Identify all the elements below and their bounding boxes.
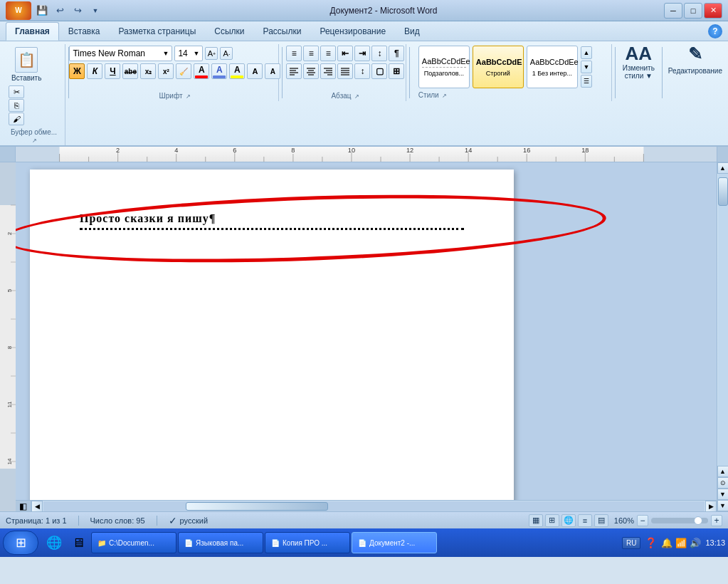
word-count[interactable]: Число слов: 95 — [90, 516, 145, 525]
tab-insert[interactable]: Вставка — [59, 22, 110, 40]
view-draft-btn[interactable]: ▤ — [594, 514, 608, 527]
tab-review[interactable]: Рецензирование — [310, 22, 395, 40]
sort-button[interactable]: ↕ — [371, 46, 387, 61]
help-tray-icon[interactable]: ❓ — [645, 537, 657, 548]
taskbar-item-doc2[interactable]: 📄 Документ2 -... — [352, 532, 437, 553]
vscroll-down-button[interactable]: ▼ — [717, 500, 729, 511]
ribbon-content: 📋 Вставить ✂ ⎘ 🖌 Буфер обме... ↗ Times N… — [0, 41, 728, 147]
office-button[interactable]: W — [6, 1, 31, 20]
cut-button[interactable]: ✂ — [9, 85, 24, 98]
text-effect-button[interactable]: А — [211, 63, 227, 79]
line-spacing-button[interactable]: ↕ — [354, 63, 370, 79]
align-left-button[interactable] — [286, 63, 302, 79]
vscroll-up-button[interactable]: ▲ — [717, 162, 729, 174]
vscroll-next-page-btn[interactable]: ▼ — [717, 489, 729, 500]
font-size-dropdown[interactable]: 14 ▼ — [174, 46, 203, 61]
tab-references[interactable]: Ссылки — [205, 22, 253, 40]
taskbar-item-copy[interactable]: 📄 Копия ПРО ... — [265, 532, 350, 553]
align-center-button[interactable] — [303, 63, 319, 79]
view-web-btn[interactable]: 🌐 — [561, 514, 576, 527]
zoom-slider-thumb[interactable] — [694, 516, 702, 525]
page-indicator[interactable]: Страница: 1 из 1 — [6, 516, 67, 525]
styles-expand[interactable]: ↗ — [442, 93, 447, 99]
redo-quick-btn[interactable]: ↪ — [70, 3, 85, 19]
font-size-down-btn[interactable]: А — [265, 63, 280, 79]
tab-home[interactable]: Главная — [6, 22, 59, 41]
spell-check[interactable]: ✓ русский — [169, 515, 208, 526]
hscroll-page-view-btn[interactable]: ◧ — [16, 501, 31, 512]
vertical-scrollbar[interactable]: ▲ ▲ ⊙ ▼ ▼ — [717, 162, 728, 511]
language-indicator[interactable]: RU — [622, 537, 640, 549]
borders-button[interactable]: ⊞ — [389, 63, 404, 79]
save-quick-btn[interactable]: 💾 — [34, 3, 50, 19]
ie-taskbar-btn[interactable]: 🌐 — [43, 531, 65, 554]
styles-scroll-up[interactable]: ▲ — [581, 46, 592, 59]
font-size-up-btn[interactable]: А — [247, 63, 263, 79]
vscroll-thumb[interactable] — [718, 177, 728, 206]
font-expand[interactable]: ↗ — [186, 93, 191, 100]
grow-font-btn[interactable]: A+ — [205, 47, 218, 60]
document-content[interactable]: Просто сказки я пишу¶ — [80, 212, 464, 230]
close-button[interactable]: ✕ — [704, 3, 722, 19]
tab-page-layout[interactable]: Разметка страницы — [109, 22, 205, 40]
underline-button[interactable]: Ч — [105, 63, 120, 79]
vscroll-prev-page-btn[interactable]: ▲ — [717, 466, 729, 477]
paragraph-expand[interactable]: ↗ — [354, 93, 359, 100]
bold-button[interactable]: Ж — [69, 63, 85, 79]
taskbar-item-documents[interactable]: 📁 C:\Documen... — [91, 532, 176, 553]
subscript-button[interactable]: x₂ — [140, 63, 156, 79]
decrease-indent-button[interactable]: ⇤ — [337, 46, 353, 61]
multilevel-button[interactable]: ≡ — [320, 46, 336, 61]
increase-indent-button[interactable]: ⇥ — [354, 46, 370, 61]
superscript-button[interactable]: x² — [158, 63, 174, 79]
paste-button[interactable]: 📋 Вставить — [9, 46, 44, 83]
change-style-button[interactable]: AA Изменитьстили ▼ — [623, 44, 655, 80]
svg-rect-48 — [0, 162, 16, 205]
document-text[interactable]: Просто сказки я пишу¶ — [80, 212, 216, 224]
numbering-button[interactable]: ≡ — [303, 46, 319, 61]
minimize-button[interactable]: ─ — [664, 3, 682, 19]
copy-button[interactable]: ⎘ — [9, 99, 24, 112]
ruler-container: 2 4 6 8 10 12 14 16 18 — [0, 147, 728, 162]
zoom-minus-button[interactable]: − — [637, 515, 648, 526]
maximize-button[interactable]: □ — [684, 3, 702, 19]
justify-button[interactable] — [337, 63, 353, 79]
hscroll-thumb[interactable] — [186, 502, 328, 511]
clear-format-button[interactable]: 🧹 — [176, 63, 191, 79]
text-color-button[interactable]: А — [194, 63, 209, 79]
tab-view[interactable]: Вид — [395, 22, 429, 40]
styles-scroll-down[interactable]: ▼ — [581, 61, 592, 73]
show-desktop-btn[interactable]: 🖥 — [67, 531, 90, 554]
font-name-dropdown[interactable]: Times New Roman ▼ — [69, 46, 172, 61]
italic-button[interactable]: К — [87, 63, 102, 79]
view-outline-btn[interactable]: ≡ — [578, 514, 592, 527]
shading-button[interactable]: ▢ — [371, 63, 387, 79]
style-subheading[interactable]: AaBbCcDdEe Подзаголов... — [418, 46, 470, 88]
start-button[interactable]: ⊞ — [3, 531, 38, 555]
highlight-button[interactable]: А — [229, 63, 245, 79]
style-no-spacing[interactable]: AaBbCcDdEe 1 Без интер... — [527, 46, 578, 88]
zoom-slider[interactable] — [651, 518, 708, 523]
taskbar-item-language[interactable]: 📄 Языковая па... — [178, 532, 263, 553]
view-fullscreen-btn[interactable]: ⊞ — [545, 514, 559, 527]
tab-mailings[interactable]: Рассылки — [254, 22, 311, 40]
view-print-btn[interactable]: ▦ — [529, 514, 543, 527]
style-strict[interactable]: AaBbCcDdE Строгий — [473, 46, 524, 88]
strikethrough-button[interactable]: abe — [122, 63, 138, 79]
bullets-button[interactable]: ≡ — [286, 46, 302, 61]
show-hide-button[interactable]: ¶ — [389, 46, 404, 61]
format-painter-button[interactable]: 🖌 — [9, 113, 24, 125]
document-page[interactable]: Просто сказки я пишу¶ — [30, 170, 514, 500]
styles-scroll-more[interactable]: ☰ — [581, 75, 592, 88]
align-right-button[interactable] — [320, 63, 336, 79]
undo-quick-btn[interactable]: ↩ — [52, 3, 68, 19]
horizontal-scrollbar[interactable]: ◧ ◀ ▶ — [16, 500, 717, 511]
vscroll-object-browse-btn[interactable]: ⊙ — [717, 477, 729, 489]
hscroll-right-button[interactable]: ▶ — [705, 501, 717, 512]
customize-quick-btn[interactable]: ▼ — [88, 3, 103, 19]
hscroll-left-button[interactable]: ◀ — [31, 501, 43, 512]
shrink-font-btn[interactable]: A- — [220, 47, 233, 60]
help-button[interactable]: ? — [708, 24, 722, 38]
clipboard-expand[interactable]: ↗ — [32, 137, 37, 144]
zoom-plus-button[interactable]: + — [711, 515, 722, 526]
